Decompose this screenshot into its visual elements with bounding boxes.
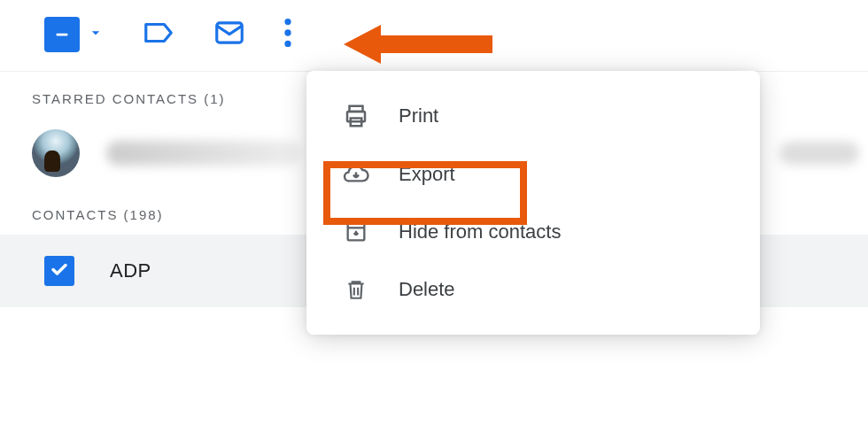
email-button[interactable]: [213, 16, 246, 53]
archive-icon: [342, 220, 370, 244]
menu-label: Export: [399, 163, 455, 186]
svg-rect-0: [57, 34, 68, 36]
toolbar: [0, 0, 868, 72]
menu-item-print[interactable]: Print: [306, 87, 760, 145]
more-actions-menu: Print Export Hide from contacts Del: [306, 71, 760, 335]
contact-name-redacted: [106, 141, 301, 166]
checkbox-checked[interactable]: [44, 256, 74, 286]
cloud-download-icon: [342, 161, 370, 188]
menu-label: Delete: [399, 278, 455, 301]
trash-icon: [342, 276, 370, 303]
label-button[interactable]: [142, 16, 175, 53]
menu-item-delete[interactable]: Delete: [306, 260, 760, 319]
svg-point-4: [284, 41, 291, 47]
avatar: [32, 129, 80, 177]
more-vertical-icon: [283, 18, 292, 51]
menu-label: Hide from contacts: [399, 220, 561, 243]
contact-name: ADP: [110, 259, 151, 282]
svg-point-2: [284, 19, 291, 25]
menu-item-export[interactable]: Export: [306, 145, 760, 204]
selection-dropdown[interactable]: [44, 17, 105, 52]
contact-detail-redacted: [779, 142, 859, 165]
select-indeterminate-icon: [44, 17, 80, 52]
email-icon: [213, 16, 246, 53]
print-icon: [342, 103, 370, 129]
checkmark-icon: [49, 259, 70, 283]
label-icon: [142, 16, 175, 53]
caret-down-icon: [87, 24, 105, 45]
menu-label: Print: [399, 104, 438, 127]
svg-point-3: [284, 29, 291, 35]
more-actions-button[interactable]: [283, 18, 292, 51]
menu-item-hide[interactable]: Hide from contacts: [306, 204, 760, 260]
